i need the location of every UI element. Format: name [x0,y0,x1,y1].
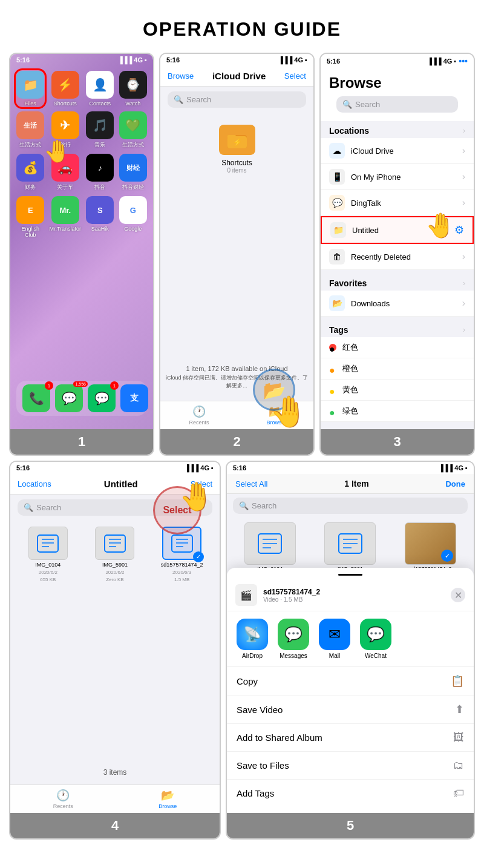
page-container: OPERATION GUIDE 5:16 ▐▐▐ 4G ▪ 📁 Files [0,0,484,840]
tag-yellow[interactable]: ● 黄色 [321,380,474,401]
badge-phone: 1 [45,381,53,390]
action-save-video[interactable]: Save Video ⬆ [227,695,474,723]
step2-signal: ▐▐▐ 4G ▪ [278,56,307,64]
step3-status: 5:16 ▐▐▐ 4G ▪ ••• [321,54,474,68]
shared-album-icon: 🖼 [453,731,464,744]
music-app[interactable]: 🎵 音乐 [86,111,114,149]
app4-3[interactable]: S SaaHik [86,196,114,238]
share-messages[interactable]: 💬 Messages [278,619,309,659]
step2-screen: 5:16 ▐▐▐ 4G ▪ Browse iCloud Drive Select… [160,54,313,429]
share-close-btn[interactable]: ✕ [451,588,465,602]
tag-orange[interactable]: ● 橙色 [321,358,474,380]
watch-app-icon[interactable]: ⌚ Watch [119,71,147,107]
messages-share-icon: 💬 [278,619,309,650]
step2-search[interactable]: 🔍 Search [168,91,306,108]
untitled-toggle[interactable]: ⚙ [454,223,464,237]
app4-2[interactable]: Mr. Mr.Translator [49,196,81,238]
app3-4[interactable]: 财经 抖音财经 [119,154,147,191]
nav-back-locations[interactable]: Locations [18,479,51,488]
shortcuts-app-icon[interactable]: ⚡ Shortcuts [49,71,81,107]
nav-back-browse[interactable]: Browse [168,71,194,81]
step4-screen: 5:16 ▐▐▐ 4G ▪ Locations Untitled Select … [10,462,220,813]
step3-time: 5:16 [327,58,340,65]
contacts-label: Contacts [90,100,111,107]
file-thumb-2[interactable]: IMG_5901 2020/6/2 Zero KB [85,527,146,582]
browse-icon-4: 📂 [161,789,174,802]
icloud-label: iCloud Drive [351,146,456,156]
step2-status: 5:16 ▐▐▐ 4G ▪ [160,54,313,66]
action-add-tags[interactable]: Add Tags 🏷 [227,779,474,807]
step5-signal: ▐▐▐ 4G ▪ [439,464,468,472]
file-thumb-1[interactable]: IMG_0104 2020/6/2 655 KB [18,527,79,582]
file-thumb-3[interactable]: sd1575781474_2 2020/6/3 1.5 MB [151,527,212,582]
app2-1[interactable]: 生活 生活方式 [16,111,44,149]
step5-select-bar: Select All 1 Item Done [227,474,474,494]
step5-label: 5 [227,813,474,838]
step1-signal: ▐▐▐ 4G ▪ [118,56,147,64]
location-iphone[interactable]: 📱 On My iPhone › [321,164,474,190]
shortcuts-folder[interactable]: ⚡ Shortcuts 0 items [160,113,313,186]
tab-browse-4[interactable]: 📂 Browse [159,789,177,809]
app2-4[interactable]: 💚 生活方式 [119,111,147,149]
deleted-icon: 🗑 [329,249,345,265]
done-btn[interactable]: Done [445,479,465,488]
hand-pointer-2: 🤚 [270,394,307,429]
svg-rect-4 [38,535,58,552]
airdrop-icon: 📡 [237,619,268,650]
s5-thumb-box-3: ✓ [405,522,456,565]
nav-title-icloud: iCloud Drive [212,71,266,81]
alipay-dock[interactable]: 支 [120,384,148,412]
favorites-title: Favorites [329,278,367,288]
location-deleted[interactable]: 🗑 Recently Deleted › [321,244,474,270]
top-row: 5:16 ▐▐▐ 4G ▪ 📁 Files ⚡ Shortcuts [0,53,484,456]
tab-recents-4[interactable]: 🕐 Recents [53,789,73,809]
tag-label-orange: 橙色 [342,363,465,374]
thumb-icon-2 [95,527,134,560]
select-all-btn[interactable]: Select All [235,479,267,488]
step5-time: 5:16 [233,464,246,472]
tab-recents-label-4: Recents [53,803,73,809]
share-file-name: sd1575781474_2 [263,588,320,596]
watch-label: Watch [125,100,140,107]
nav-select-btn[interactable]: Select [284,71,306,81]
downloads-fav[interactable]: 📂 Downloads › [321,291,474,317]
action-shared-album[interactable]: Add to Shared Album 🖼 [227,723,474,751]
tag-green[interactable]: ● 绿色 [321,401,474,422]
item-count: 1 Item [344,479,368,488]
dingtalk-chevron: › [462,197,465,208]
step5-frame: 5:16 ▐▐▐ 4G ▪ Select All 1 Item Done 🔍 S… [226,461,475,840]
tag-label-red: 红色 [342,342,465,353]
tags-chevron: › [463,326,465,334]
step3-search[interactable]: 🔍 Search [336,96,458,113]
shortcuts-count: 0 items [227,167,246,174]
more-icon[interactable]: ••• [459,56,468,66]
dingtalk-label: DingTalk [351,199,456,208]
action-save-files[interactable]: Save to Files 🗂 [227,751,474,779]
tiktok-app[interactable]: ♪ 抖音 [86,154,114,191]
share-wechat[interactable]: 💬 WeChat [360,619,391,659]
share-file-row: 🎬 sd1575781474_2 Video · 1.5 MB ✕ [227,579,474,611]
favorites-header: Favorites › [321,274,474,291]
app4-4[interactable]: G Google [119,196,147,238]
shortcuts-folder-icon: ⚡ [219,125,255,155]
contacts-app-icon[interactable]: 👤 Contacts [86,71,114,107]
tag-red[interactable]: ● 红色 [321,337,474,358]
tab-recents-2[interactable]: 🕐 Recents [189,405,209,426]
step5-search[interactable]: 🔍 Search [233,498,468,514]
step4-frame: 5:16 ▐▐▐ 4G ▪ Locations Untitled Select … [9,461,221,840]
share-mail[interactable]: ✉ Mail [319,619,350,659]
downloads-chevron: › [462,298,465,309]
phone-dock[interactable]: 📞 1 [22,384,50,412]
search-icon-5: 🔍 [239,501,249,510]
app3-1[interactable]: 💰 财务 [16,154,44,191]
files-app-icon[interactable]: 📁 Files [16,71,44,107]
file2-name: IMG_5901 [102,562,128,568]
app4-1[interactable]: E English Club [16,196,44,238]
locations-list: ☁ iCloud Drive › 📱 On My iPhone › 💬 Ding… [321,138,474,270]
location-icloud[interactable]: ☁ iCloud Drive › [321,138,474,164]
action-copy[interactable]: Copy 📋 [227,666,474,695]
messages-dock[interactable]: 💬 1,556 [55,384,83,412]
wechat-dock[interactable]: 💬 1 [88,384,116,412]
share-airdrop[interactable]: 📡 AirDrop [237,619,268,659]
search-placeholder-5: Search [252,501,276,510]
